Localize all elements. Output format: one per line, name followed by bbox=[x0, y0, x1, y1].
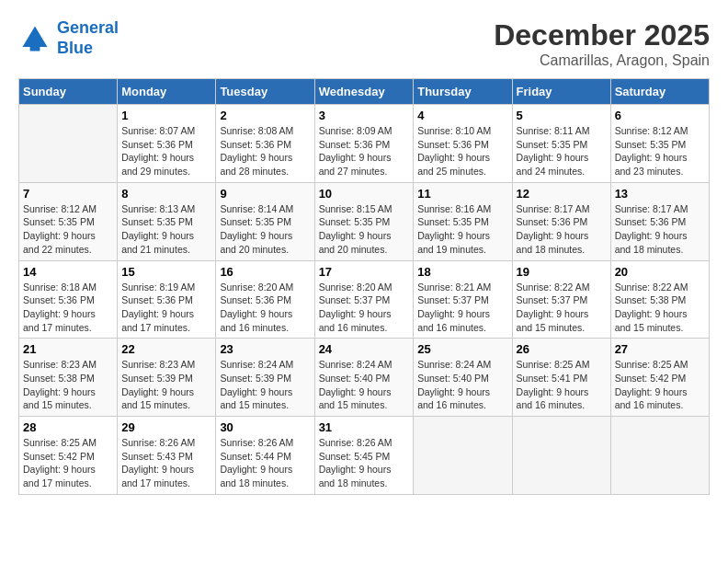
day-number: 6 bbox=[615, 109, 705, 122]
calendar-cell: 18Sunrise: 8:21 AMSunset: 5:37 PMDayligh… bbox=[414, 260, 512, 339]
logo-icon bbox=[18, 22, 51, 55]
calendar-cell: 7Sunrise: 8:12 AMSunset: 5:35 PMDaylight… bbox=[19, 182, 118, 260]
day-number: 28 bbox=[23, 420, 113, 434]
calendar-cell bbox=[610, 417, 709, 495]
day-number: 14 bbox=[23, 265, 113, 279]
day-info: Sunrise: 8:12 AMSunset: 5:35 PMDaylight:… bbox=[23, 202, 113, 257]
weekday-header-row: SundayMondayTuesdayWednesdayThursdayFrid… bbox=[19, 79, 710, 105]
calendar-cell: 2Sunrise: 8:08 AMSunset: 5:36 PMDaylight… bbox=[216, 105, 314, 183]
day-info: Sunrise: 8:24 AMSunset: 5:40 PMDaylight:… bbox=[319, 358, 410, 412]
weekday-header-tuesday: Tuesday bbox=[216, 79, 314, 105]
day-number: 3 bbox=[319, 109, 410, 122]
day-number: 31 bbox=[319, 420, 410, 434]
day-info: Sunrise: 8:21 AMSunset: 5:37 PMDaylight:… bbox=[417, 281, 507, 335]
day-info: Sunrise: 8:26 AMSunset: 5:43 PMDaylight:… bbox=[121, 436, 211, 490]
day-number: 2 bbox=[220, 109, 310, 122]
day-info: Sunrise: 8:17 AMSunset: 5:36 PMDaylight:… bbox=[517, 202, 607, 257]
calendar-cell: 30Sunrise: 8:26 AMSunset: 5:44 PMDayligh… bbox=[216, 417, 314, 495]
day-info: Sunrise: 8:26 AMSunset: 5:45 PMDaylight:… bbox=[319, 436, 410, 490]
day-info: Sunrise: 8:13 AMSunset: 5:35 PMDaylight:… bbox=[121, 202, 211, 257]
weekday-header-wednesday: Wednesday bbox=[314, 79, 414, 105]
day-info: Sunrise: 8:24 AMSunset: 5:39 PMDaylight:… bbox=[220, 358, 310, 412]
svg-marker-0 bbox=[23, 26, 48, 47]
day-number: 22 bbox=[121, 342, 211, 356]
day-number: 5 bbox=[517, 109, 607, 122]
calendar-cell bbox=[414, 417, 512, 495]
calendar-cell: 8Sunrise: 8:13 AMSunset: 5:35 PMDaylight… bbox=[118, 182, 216, 260]
calendar-cell: 9Sunrise: 8:14 AMSunset: 5:35 PMDaylight… bbox=[216, 182, 314, 260]
calendar-cell bbox=[512, 417, 610, 495]
logo: General Blue bbox=[18, 18, 119, 58]
calendar-week-row: 14Sunrise: 8:18 AMSunset: 5:36 PMDayligh… bbox=[19, 260, 710, 339]
calendar-cell: 14Sunrise: 8:18 AMSunset: 5:36 PMDayligh… bbox=[19, 260, 118, 339]
calendar-cell: 29Sunrise: 8:26 AMSunset: 5:43 PMDayligh… bbox=[118, 417, 216, 495]
calendar-cell: 13Sunrise: 8:17 AMSunset: 5:36 PMDayligh… bbox=[610, 182, 709, 260]
calendar-cell: 1Sunrise: 8:07 AMSunset: 5:36 PMDaylight… bbox=[118, 105, 216, 183]
calendar-cell: 4Sunrise: 8:10 AMSunset: 5:36 PMDaylight… bbox=[414, 105, 512, 183]
day-info: Sunrise: 8:12 AMSunset: 5:35 PMDaylight:… bbox=[615, 124, 705, 178]
day-number: 17 bbox=[319, 265, 410, 279]
day-number: 27 bbox=[615, 342, 705, 356]
day-info: Sunrise: 8:14 AMSunset: 5:35 PMDaylight:… bbox=[220, 202, 310, 257]
day-info: Sunrise: 8:08 AMSunset: 5:36 PMDaylight:… bbox=[220, 124, 310, 178]
calendar-cell: 23Sunrise: 8:24 AMSunset: 5:39 PMDayligh… bbox=[216, 339, 314, 417]
calendar-cell: 5Sunrise: 8:11 AMSunset: 5:35 PMDaylight… bbox=[512, 105, 610, 183]
day-number: 11 bbox=[417, 187, 507, 201]
calendar-cell: 24Sunrise: 8:24 AMSunset: 5:40 PMDayligh… bbox=[314, 339, 414, 417]
page-header: General Blue December 2025 Camarillas, A… bbox=[18, 18, 710, 69]
weekday-header-sunday: Sunday bbox=[19, 79, 118, 105]
svg-rect-1 bbox=[30, 47, 40, 52]
day-info: Sunrise: 8:07 AMSunset: 5:36 PMDaylight:… bbox=[121, 124, 211, 178]
calendar-cell: 22Sunrise: 8:23 AMSunset: 5:39 PMDayligh… bbox=[118, 339, 216, 417]
day-info: Sunrise: 8:16 AMSunset: 5:35 PMDaylight:… bbox=[417, 202, 507, 257]
day-info: Sunrise: 8:09 AMSunset: 5:36 PMDaylight:… bbox=[319, 124, 410, 178]
calendar-cell: 3Sunrise: 8:09 AMSunset: 5:36 PMDaylight… bbox=[314, 105, 414, 183]
calendar-week-row: 28Sunrise: 8:25 AMSunset: 5:42 PMDayligh… bbox=[19, 417, 710, 495]
day-number: 19 bbox=[517, 265, 607, 279]
calendar-week-row: 1Sunrise: 8:07 AMSunset: 5:36 PMDaylight… bbox=[19, 105, 710, 183]
day-number: 26 bbox=[517, 342, 607, 356]
day-number: 23 bbox=[220, 342, 310, 356]
day-info: Sunrise: 8:25 AMSunset: 5:42 PMDaylight:… bbox=[615, 358, 705, 412]
weekday-header-monday: Monday bbox=[118, 79, 216, 105]
logo-line1: General bbox=[57, 18, 119, 37]
day-info: Sunrise: 8:26 AMSunset: 5:44 PMDaylight:… bbox=[220, 436, 310, 490]
day-info: Sunrise: 8:17 AMSunset: 5:36 PMDaylight:… bbox=[615, 202, 705, 257]
calendar-cell: 19Sunrise: 8:22 AMSunset: 5:37 PMDayligh… bbox=[512, 260, 610, 339]
location-title: Camarillas, Aragon, Spain bbox=[494, 52, 710, 69]
day-info: Sunrise: 8:23 AMSunset: 5:39 PMDaylight:… bbox=[121, 358, 211, 412]
day-number: 12 bbox=[517, 187, 607, 201]
calendar-week-row: 21Sunrise: 8:23 AMSunset: 5:38 PMDayligh… bbox=[19, 339, 710, 417]
title-block: December 2025 Camarillas, Aragon, Spain bbox=[494, 18, 710, 69]
calendar-cell bbox=[19, 105, 118, 183]
calendar-cell: 10Sunrise: 8:15 AMSunset: 5:35 PMDayligh… bbox=[314, 182, 414, 260]
day-number: 8 bbox=[121, 187, 211, 201]
day-info: Sunrise: 8:11 AMSunset: 5:35 PMDaylight:… bbox=[517, 124, 607, 178]
day-number: 18 bbox=[417, 265, 507, 279]
day-number: 15 bbox=[121, 265, 211, 279]
day-info: Sunrise: 8:24 AMSunset: 5:40 PMDaylight:… bbox=[417, 358, 507, 412]
day-number: 1 bbox=[121, 109, 211, 122]
calendar-cell: 11Sunrise: 8:16 AMSunset: 5:35 PMDayligh… bbox=[414, 182, 512, 260]
day-info: Sunrise: 8:25 AMSunset: 5:42 PMDaylight:… bbox=[23, 436, 113, 490]
calendar-week-row: 7Sunrise: 8:12 AMSunset: 5:35 PMDaylight… bbox=[19, 182, 710, 260]
day-number: 13 bbox=[615, 187, 705, 201]
calendar-cell: 20Sunrise: 8:22 AMSunset: 5:38 PMDayligh… bbox=[610, 260, 709, 339]
day-info: Sunrise: 8:10 AMSunset: 5:36 PMDaylight:… bbox=[417, 124, 507, 178]
calendar-cell: 12Sunrise: 8:17 AMSunset: 5:36 PMDayligh… bbox=[512, 182, 610, 260]
day-number: 10 bbox=[319, 187, 410, 201]
day-info: Sunrise: 8:18 AMSunset: 5:36 PMDaylight:… bbox=[23, 281, 113, 335]
month-title: December 2025 bbox=[494, 18, 710, 52]
day-number: 16 bbox=[220, 265, 310, 279]
logo-line2: Blue bbox=[57, 39, 93, 57]
day-number: 30 bbox=[220, 420, 310, 434]
calendar-cell: 26Sunrise: 8:25 AMSunset: 5:41 PMDayligh… bbox=[512, 339, 610, 417]
day-number: 4 bbox=[417, 109, 507, 122]
day-number: 21 bbox=[23, 342, 113, 356]
day-info: Sunrise: 8:22 AMSunset: 5:38 PMDaylight:… bbox=[615, 281, 705, 335]
calendar-table: SundayMondayTuesdayWednesdayThursdayFrid… bbox=[18, 78, 710, 495]
weekday-header-thursday: Thursday bbox=[414, 79, 512, 105]
calendar-cell: 31Sunrise: 8:26 AMSunset: 5:45 PMDayligh… bbox=[314, 417, 414, 495]
day-info: Sunrise: 8:19 AMSunset: 5:36 PMDaylight:… bbox=[121, 281, 211, 335]
calendar-cell: 27Sunrise: 8:25 AMSunset: 5:42 PMDayligh… bbox=[610, 339, 709, 417]
